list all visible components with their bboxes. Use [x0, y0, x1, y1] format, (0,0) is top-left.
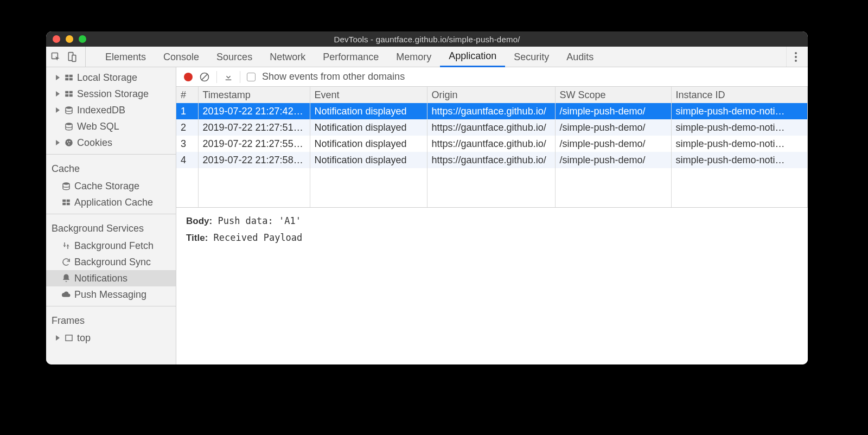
- sidebar-item-application-cache[interactable]: Application Cache: [46, 194, 176, 210]
- sidebar-item-label: Background Sync: [74, 257, 151, 268]
- svg-point-14: [66, 106, 72, 109]
- expand-triangle-icon: [56, 91, 60, 97]
- tab-performance[interactable]: Performance: [314, 47, 387, 67]
- sidebar-item-frames-top[interactable]: top: [46, 330, 176, 346]
- detail-title-label: Title:: [186, 233, 208, 243]
- devtools-tabs-row: ElementsConsoleSourcesNetworkPerformance…: [46, 47, 808, 67]
- tab-audits[interactable]: Audits: [558, 47, 602, 67]
- sidebar-item-label: Background Fetch: [74, 240, 154, 252]
- show-events-checkbox[interactable]: [247, 73, 256, 81]
- sidebar-item-cache-storage[interactable]: Cache Storage: [46, 178, 176, 194]
- fetch-icon: [61, 241, 71, 251]
- cell-id: simple-push-demo-noti…: [671, 152, 808, 168]
- sidebar-item-push-messaging[interactable]: Push Messaging: [46, 286, 176, 303]
- tab-memory[interactable]: Memory: [387, 47, 440, 67]
- svg-rect-8: [65, 78, 68, 81]
- window-title: DevTools - gauntface.github.io/simple-pu…: [46, 35, 808, 44]
- expand-triangle-icon: [56, 335, 60, 341]
- svg-rect-11: [69, 91, 73, 94]
- zoom-window-button[interactable]: [79, 35, 86, 43]
- cell-sw: /simple-push-demo/: [555, 136, 671, 152]
- col-header[interactable]: Instance ID: [671, 87, 808, 103]
- sidebar-item-notifications[interactable]: Notifications: [46, 270, 176, 286]
- table-row[interactable]: 22019-07-22 21:27:51.…Notification displ…: [176, 119, 808, 136]
- main-content: Show events from other domains #Timestam…: [176, 67, 808, 364]
- cell-n: 3: [176, 136, 198, 152]
- clear-icon[interactable]: [199, 72, 210, 82]
- svg-point-4: [795, 56, 797, 58]
- cell-ts: 2019-07-22 21:27:55.…: [198, 136, 310, 152]
- more-menu-button[interactable]: [786, 47, 805, 67]
- sidebar-item-session-storage[interactable]: Session Storage: [46, 86, 176, 102]
- sidebar-item-background-sync[interactable]: Background Sync: [46, 254, 176, 270]
- frame-icon: [64, 333, 74, 343]
- detail-body-value: Push data: 'A1': [218, 215, 301, 226]
- application-sidebar: Local StorageSession StorageIndexedDBWeb…: [46, 67, 176, 364]
- table-row[interactable]: 42019-07-22 21:27:58.…Notification displ…: [176, 152, 808, 168]
- tab-network[interactable]: Network: [261, 47, 314, 67]
- sidebar-item-cookies[interactable]: Cookies: [46, 135, 176, 151]
- download-icon[interactable]: [224, 72, 233, 82]
- svg-point-19: [68, 143, 69, 144]
- table-row[interactable]: 12019-07-22 21:27:42.…Notification displ…: [176, 103, 808, 119]
- cell-id: simple-push-demo-noti…: [671, 103, 808, 119]
- bell-icon: [61, 273, 71, 283]
- tab-sources[interactable]: Sources: [208, 47, 261, 67]
- sidebar-item-local-storage[interactable]: Local Storage: [46, 69, 176, 86]
- record-button[interactable]: [184, 73, 193, 81]
- table-row[interactable]: 32019-07-22 21:27:55.…Notification displ…: [176, 136, 808, 152]
- grid-icon: [61, 197, 71, 207]
- svg-point-16: [65, 139, 73, 146]
- sidebar-item-background-fetch[interactable]: Background Fetch: [46, 238, 176, 254]
- tab-console[interactable]: Console: [155, 47, 208, 67]
- sidebar-group-background-services: Background Services: [46, 218, 176, 238]
- svg-point-17: [67, 141, 68, 142]
- col-header[interactable]: Origin: [427, 87, 555, 103]
- cell-or: https://gauntface.github.io/: [427, 103, 555, 119]
- tab-application[interactable]: Application: [440, 47, 505, 67]
- expand-triangle-icon: [56, 75, 60, 80]
- cell-or: https://gauntface.github.io/: [427, 136, 555, 152]
- svg-rect-7: [69, 75, 73, 78]
- svg-rect-9: [69, 78, 73, 81]
- cell-sw: /simple-push-demo/: [555, 103, 671, 119]
- svg-line-27: [201, 74, 208, 80]
- device-toggle-icon[interactable]: [67, 52, 78, 62]
- svg-rect-10: [65, 91, 68, 94]
- cell-n: 4: [176, 152, 198, 168]
- cell-sw: /simple-push-demo/: [555, 119, 671, 136]
- sidebar-item-label: top: [77, 332, 91, 344]
- col-header[interactable]: Timestamp: [198, 87, 310, 103]
- svg-rect-23: [62, 203, 66, 206]
- cloud-icon: [61, 290, 71, 299]
- svg-rect-21: [62, 200, 66, 202]
- svg-rect-24: [67, 203, 70, 206]
- sidebar-item-indexeddb[interactable]: IndexedDB: [46, 102, 176, 118]
- sidebar-item-label: Local Storage: [77, 72, 137, 84]
- devtools-window: DevTools - gauntface.github.io/simple-pu…: [46, 31, 808, 364]
- sidebar-group-frames: Frames: [46, 310, 176, 330]
- inspect-icon[interactable]: [50, 52, 61, 62]
- col-header[interactable]: Event: [310, 87, 427, 103]
- minimize-window-button[interactable]: [66, 35, 73, 43]
- sidebar-item-label: Session Storage: [77, 88, 149, 100]
- db-icon: [64, 121, 74, 131]
- expand-triangle-icon: [56, 140, 60, 145]
- traffic-lights: [46, 35, 86, 43]
- close-window-button[interactable]: [53, 35, 60, 43]
- svg-rect-28: [226, 79, 232, 80]
- cell-id: simple-push-demo-noti…: [671, 119, 808, 136]
- sidebar-item-web-sql[interactable]: Web SQL: [46, 118, 176, 135]
- tab-elements[interactable]: Elements: [97, 47, 155, 67]
- tab-security[interactable]: Security: [505, 47, 558, 67]
- col-header[interactable]: #: [176, 87, 198, 103]
- sidebar-item-label: Push Messaging: [74, 289, 146, 300]
- svg-rect-13: [69, 94, 73, 97]
- svg-point-3: [795, 52, 797, 54]
- cell-ev: Notification displayed: [310, 136, 427, 152]
- svg-point-5: [795, 60, 797, 62]
- cell-n: 2: [176, 119, 198, 136]
- cell-ev: Notification displayed: [310, 152, 427, 168]
- svg-point-18: [69, 141, 70, 142]
- col-header[interactable]: SW Scope: [555, 87, 671, 103]
